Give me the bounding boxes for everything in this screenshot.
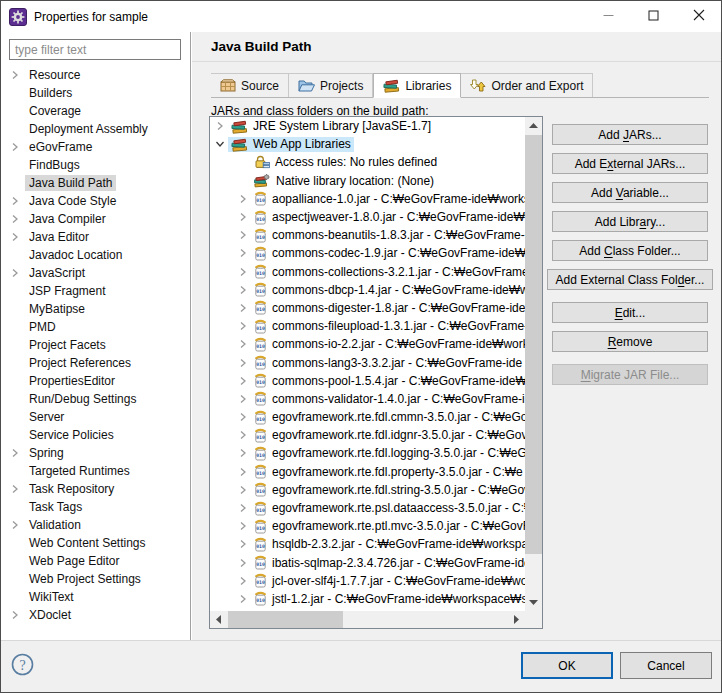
- sidebar-item[interactable]: WikiText: [1, 588, 189, 606]
- add-class-folder-button[interactable]: Add Class Folder...: [552, 240, 708, 261]
- chevron-right-icon[interactable]: [238, 212, 248, 222]
- build-path-item[interactable]: 010egovframework.rte.fdl.cmmn-3.5.0.jar …: [210, 408, 525, 426]
- sidebar-item[interactable]: Web Project Settings: [1, 570, 189, 588]
- chevron-right-icon[interactable]: [238, 467, 248, 477]
- sidebar-item[interactable]: Web Page Editor: [1, 552, 189, 570]
- tab-projects[interactable]: Projects: [289, 73, 373, 97]
- build-path-item[interactable]: 010commons-collections-3.2.1.jar - C:₩eG…: [210, 263, 525, 281]
- scroll-right-icon[interactable]: [508, 611, 525, 628]
- chevron-right-icon[interactable]: [238, 503, 248, 513]
- filter-input[interactable]: [9, 39, 181, 60]
- chevron-right-icon[interactable]: [238, 248, 248, 258]
- tab-libraries[interactable]: Libraries: [373, 73, 461, 98]
- build-path-item[interactable]: 010commons-codec-1.9.jar - C:₩eGovFrame-…: [210, 244, 525, 262]
- sidebar-item[interactable]: Deployment Assembly: [1, 120, 189, 138]
- chevron-right-icon[interactable]: [238, 376, 248, 386]
- build-path-item[interactable]: 010jcl-over-slf4j-1.7.7.jar - C:₩eGovFra…: [210, 572, 525, 590]
- help-icon[interactable]: ?: [11, 653, 34, 676]
- sidebar-item[interactable]: Server: [1, 408, 189, 426]
- chevron-right-icon[interactable]: [10, 268, 20, 278]
- build-path-item[interactable]: 010commons-pool-1.5.4.jar - C:₩eGovFrame…: [210, 372, 525, 390]
- sidebar-item[interactable]: Service Policies: [1, 426, 189, 444]
- build-path-item[interactable]: 010commons-dbcp-1.4.jar - C:₩eGovFrame-i…: [210, 281, 525, 299]
- build-path-item[interactable]: JRE System Library [JavaSE-1.7]: [210, 117, 525, 135]
- chevron-right-icon[interactable]: [238, 303, 248, 313]
- scroll-up-icon[interactable]: [525, 117, 542, 134]
- horizontal-scrollbar[interactable]: [210, 611, 525, 628]
- chevron-right-icon[interactable]: [10, 232, 20, 242]
- sidebar-item[interactable]: JavaScript: [1, 264, 189, 282]
- chevron-right-icon[interactable]: [238, 358, 248, 368]
- sidebar-item[interactable]: Resource: [1, 66, 189, 84]
- build-path-item[interactable]: 010commons-beanutils-1.8.3.jar - C:₩eGov…: [210, 226, 525, 244]
- add-external-jars-button[interactable]: Add External JARs...: [552, 153, 708, 174]
- chevron-right-icon[interactable]: [10, 448, 20, 458]
- chevron-right-icon[interactable]: [10, 520, 20, 530]
- sidebar-item[interactable]: Javadoc Location: [1, 246, 189, 264]
- chevron-right-icon[interactable]: [238, 194, 248, 204]
- ok-button[interactable]: OK: [521, 652, 613, 679]
- add-jars-button[interactable]: Add JARs...: [552, 124, 708, 145]
- close-button[interactable]: [676, 1, 721, 32]
- chevron-right-icon[interactable]: [238, 558, 248, 568]
- chevron-right-icon[interactable]: [215, 121, 225, 131]
- chevron-right-icon[interactable]: [238, 594, 248, 604]
- remove-button[interactable]: Remove: [552, 331, 708, 352]
- chevron-right-icon[interactable]: [238, 539, 248, 549]
- add-external-class-folder-button[interactable]: Add External Class Folder...: [547, 269, 713, 290]
- add-library-button[interactable]: Add Library...: [552, 211, 708, 232]
- chevron-right-icon[interactable]: [238, 321, 248, 331]
- sidebar-item[interactable]: Spring: [1, 444, 189, 462]
- build-path-item[interactable]: 010egovframework.rte.psl.dataaccess-3.5.…: [210, 499, 525, 517]
- build-path-item[interactable]: 010aopalliance-1.0.jar - C:₩eGovFrame-id…: [210, 190, 525, 208]
- build-path-item[interactable]: 010aspectjweaver-1.8.0.jar - C:₩eGovFram…: [210, 208, 525, 226]
- sidebar-item[interactable]: PropertiesEditor: [1, 372, 189, 390]
- build-path-item[interactable]: 010hsqldb-2.3.2.jar - C:₩eGovFrame-ide₩w…: [210, 535, 525, 553]
- sidebar-item[interactable]: Project References: [1, 354, 189, 372]
- scrollbar-thumb[interactable]: [525, 135, 542, 554]
- build-path-item[interactable]: 010jstl-1.2.jar - C:₩eGovFrame-ide₩works…: [210, 590, 525, 608]
- build-path-item[interactable]: 010commons-validator-1.4.0.jar - C:₩eGov…: [210, 390, 525, 408]
- chevron-right-icon[interactable]: [238, 430, 248, 440]
- chevron-right-icon[interactable]: [238, 285, 248, 295]
- tab-source[interactable]: Source: [211, 73, 289, 97]
- build-path-item[interactable]: 010egovframework.rte.fdl.idgnr-3.5.0.jar…: [210, 426, 525, 444]
- chevron-right-icon[interactable]: [238, 485, 248, 495]
- sidebar-item[interactable]: Task Tags: [1, 498, 189, 516]
- scrollbar-thumb[interactable]: [228, 611, 343, 628]
- build-path-item[interactable]: 010commons-io-2.2.jar - C:₩eGovFrame-ide…: [210, 335, 525, 353]
- sidebar-item[interactable]: Task Repository: [1, 480, 189, 498]
- sidebar-item[interactable]: XDoclet: [1, 606, 189, 624]
- scroll-down-icon[interactable]: [525, 594, 542, 611]
- tab-order-and-export[interactable]: Order and Export: [461, 73, 593, 97]
- build-path-item[interactable]: 010egovframework.rte.fdl.property-3.5.0.…: [210, 463, 525, 481]
- sidebar-item[interactable]: Validation: [1, 516, 189, 534]
- chevron-right-icon[interactable]: [10, 142, 20, 152]
- sidebar-item[interactable]: Java Editor: [1, 228, 189, 246]
- sidebar-item[interactable]: FindBugs: [1, 156, 189, 174]
- sidebar-item[interactable]: Project Facets: [1, 336, 189, 354]
- build-path-item[interactable]: Access rules: No rules defined: [210, 153, 525, 171]
- chevron-right-icon[interactable]: [238, 230, 248, 240]
- sidebar-item[interactable]: Builders: [1, 84, 189, 102]
- chevron-right-icon[interactable]: [10, 196, 20, 206]
- build-path-item[interactable]: 010commons-digester-1.8.jar - C:₩eGovFra…: [210, 299, 525, 317]
- maximize-button[interactable]: [631, 1, 676, 32]
- sidebar-item[interactable]: Web Content Settings: [1, 534, 189, 552]
- build-path-item[interactable]: 010egovframework.rte.ptl.mvc-3.5.0.jar -…: [210, 517, 525, 535]
- sidebar-item[interactable]: JSP Fragment: [1, 282, 189, 300]
- scrollbar-track[interactable]: [227, 611, 508, 628]
- build-path-item[interactable]: 010commons-fileupload-1.3.1.jar - C:₩eGo…: [210, 317, 525, 335]
- chevron-down-icon[interactable]: [215, 139, 225, 149]
- sidebar-item[interactable]: MyBatipse: [1, 300, 189, 318]
- cancel-button[interactable]: Cancel: [620, 652, 712, 679]
- chevron-right-icon[interactable]: [238, 394, 248, 404]
- build-path-item[interactable]: 010egovframework.rte.fdl.logging-3.5.0.j…: [210, 444, 525, 462]
- build-path-item[interactable]: Native library location: (None): [210, 172, 525, 190]
- add-variable-button[interactable]: Add Variable...: [552, 182, 708, 203]
- chevron-right-icon[interactable]: [238, 576, 248, 586]
- chevron-right-icon[interactable]: [238, 521, 248, 531]
- chevron-right-icon[interactable]: [238, 448, 248, 458]
- build-path-item[interactable]: 010commons-lang3-3.3.2.jar - C:₩eGovFram…: [210, 353, 525, 371]
- sidebar-item[interactable]: Run/Debug Settings: [1, 390, 189, 408]
